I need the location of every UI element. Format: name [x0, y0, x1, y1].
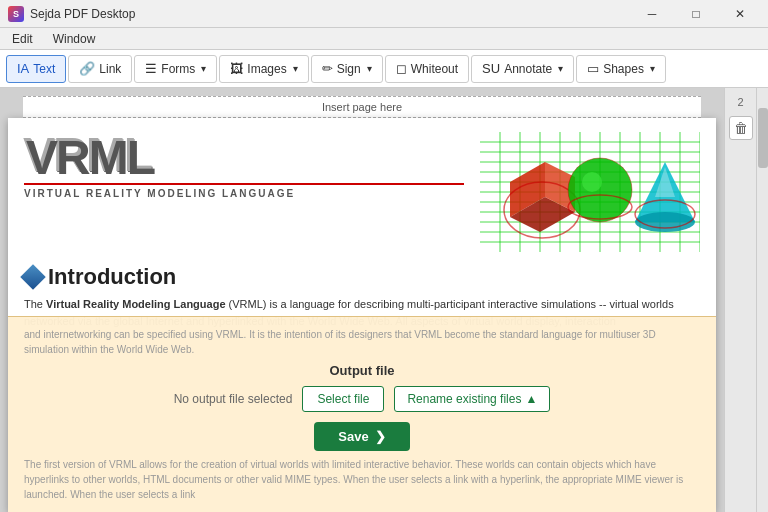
shapes-label: Shapes [603, 62, 644, 76]
sign-arrow: ▾ [367, 63, 372, 74]
app-logo: S [8, 6, 24, 22]
scrollbar-thumb[interactable] [758, 108, 768, 168]
right-sidebar: 2 🗑 [724, 88, 756, 512]
annotate-icon: SU [482, 61, 500, 76]
toolbar-whiteout-button[interactable]: ◻ Whiteout [385, 55, 469, 83]
text-icon: IA [17, 61, 29, 76]
intro-diamond-icon [20, 264, 45, 289]
sign-icon: ✏ [322, 61, 333, 76]
forms-label: Forms [161, 62, 195, 76]
save-label: Save [338, 429, 368, 444]
svg-point-32 [635, 212, 695, 232]
overlay-bg-text-2: The first version of VRML allows for the… [24, 457, 700, 502]
text-label: Text [33, 62, 55, 76]
whiteout-label: Whiteout [411, 62, 458, 76]
rename-label: Rename existing files [407, 392, 521, 406]
annotate-arrow: ▾ [558, 63, 563, 74]
pdf-page: VRML VIRTUAL REALITY MODELING LANGUAGE [8, 118, 716, 512]
overlay-title: Output file [24, 363, 700, 378]
toolbar-sign-button[interactable]: ✏ Sign ▾ [311, 55, 383, 83]
save-arrow-icon: ❯ [375, 429, 386, 444]
insert-page-banner[interactable]: Insert page here [23, 96, 701, 118]
main-area: Insert page here VRML VIRTUAL REALITY MO… [0, 88, 768, 512]
shapes-icon: ▭ [587, 61, 599, 76]
vrml-logo-section: VRML VIRTUAL REALITY MODELING LANGUAGE [24, 132, 464, 199]
rename-files-button[interactable]: Rename existing files ▲ [394, 386, 550, 412]
overlay-bg-text: and internetworking can be specified usi… [24, 327, 700, 357]
toolbar-images-button[interactable]: 🖼 Images ▾ [219, 55, 308, 83]
toolbar-annotate-button[interactable]: SU Annotate ▾ [471, 55, 574, 83]
whiteout-icon: ◻ [396, 61, 407, 76]
vrml-header: VRML VIRTUAL REALITY MODELING LANGUAGE [8, 118, 716, 260]
vrml-subtitle: VIRTUAL REALITY MODELING LANGUAGE [24, 188, 464, 199]
trash-icon: 🗑 [734, 120, 748, 136]
titlebar: S Sejda PDF Desktop ─ □ ✕ [0, 0, 768, 28]
delete-page-button[interactable]: 🗑 [729, 116, 753, 140]
images-icon: 🖼 [230, 61, 243, 76]
menu-edit[interactable]: Edit [4, 30, 41, 48]
vrml-title: VRML [24, 132, 464, 180]
maximize-button[interactable]: □ [676, 4, 716, 24]
insert-page-label: Insert page here [322, 101, 402, 113]
link-label: Link [99, 62, 121, 76]
overlay-save-row: Save ❯ [24, 422, 700, 451]
select-file-button[interactable]: Select file [302, 386, 384, 412]
forms-icon: ☰ [145, 61, 157, 76]
minimize-button[interactable]: ─ [632, 4, 672, 24]
titlebar-controls: ─ □ ✕ [632, 4, 760, 24]
menu-window[interactable]: Window [45, 30, 104, 48]
intro-heading: Introduction [24, 264, 700, 290]
forms-arrow: ▾ [201, 63, 206, 74]
annotate-label: Annotate [504, 62, 552, 76]
output-file-overlay: and internetworking can be specified usi… [8, 316, 716, 512]
overlay-file-row: No output file selected Select file Rena… [24, 386, 700, 412]
save-button[interactable]: Save ❯ [314, 422, 409, 451]
close-button[interactable]: ✕ [720, 4, 760, 24]
link-icon: 🔗 [79, 61, 95, 76]
scrollbar[interactable] [756, 88, 768, 512]
no-file-label: No output file selected [174, 392, 293, 406]
sign-label: Sign [337, 62, 361, 76]
rename-arrow-icon: ▲ [525, 392, 537, 406]
svg-point-28 [582, 172, 602, 192]
shapes-graphic [480, 132, 700, 252]
app-title: Sejda PDF Desktop [30, 7, 135, 21]
vrml-red-line [24, 183, 464, 185]
images-arrow: ▾ [293, 63, 298, 74]
content-area: Insert page here VRML VIRTUAL REALITY MO… [0, 88, 724, 512]
menubar: Edit Window [0, 28, 768, 50]
shapes-arrow: ▾ [650, 63, 655, 74]
toolbar-shapes-button[interactable]: ▭ Shapes ▾ [576, 55, 666, 83]
titlebar-left: S Sejda PDF Desktop [8, 6, 135, 22]
page-number: 2 [737, 96, 743, 108]
toolbar: IA Text 🔗 Link ☰ Forms ▾ 🖼 Images ▾ ✏ Si… [0, 50, 768, 88]
toolbar-text-button[interactable]: IA Text [6, 55, 66, 83]
intro-heading-text: Introduction [48, 264, 176, 290]
toolbar-link-button[interactable]: 🔗 Link [68, 55, 132, 83]
toolbar-forms-button[interactable]: ☰ Forms ▾ [134, 55, 217, 83]
images-label: Images [247, 62, 286, 76]
